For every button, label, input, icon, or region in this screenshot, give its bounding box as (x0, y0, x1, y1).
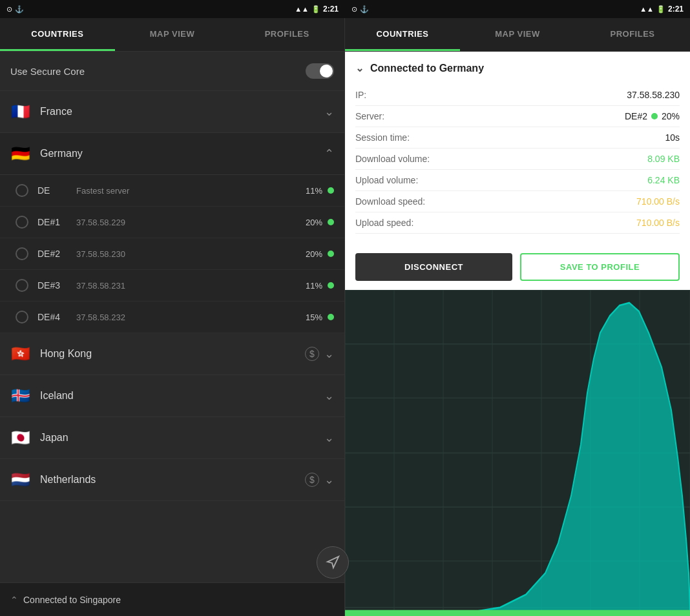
session-value: 10s (665, 132, 680, 143)
disconnect-button[interactable]: DISCONNECT (355, 253, 512, 281)
tab-mapview-left[interactable]: MAP VIEW (115, 18, 230, 51)
server-load-de2: 20% (306, 249, 322, 259)
tab-profiles-right[interactable]: PROFILES (575, 18, 690, 51)
server-row-de3[interactable]: DE#3 37.58.58.231 11% (0, 270, 344, 302)
right-panel: COUNTRIES MAP VIEW PROFILES ⌄ Connected … (345, 18, 690, 616)
server-ip-de2: 37.58.58.230 (76, 249, 306, 259)
detail-row-ul-vol: Upload volume: 6.24 KB (355, 170, 680, 191)
ip-label: IP: (355, 90, 366, 100)
netherlands-paid-icon: $ (305, 473, 319, 487)
speed-chart (345, 290, 690, 616)
server-name-de2: DE#2 (37, 249, 76, 259)
server-load-de3: 11% (306, 281, 322, 291)
tab-profiles-left[interactable]: PROFILES (229, 18, 344, 51)
server-radio-de[interactable] (16, 184, 28, 197)
server-radio-de2[interactable] (16, 247, 28, 260)
tab-mapview-right[interactable]: MAP VIEW (460, 18, 575, 51)
dl-speed-value: 710.00 B/s (636, 196, 680, 207)
detail-row-server: Server: DE#2 20% (355, 106, 680, 127)
hongkong-chevron-icon: ⌄ (324, 347, 334, 361)
hongkong-flag: 🇭🇰 (10, 345, 31, 363)
country-item-france[interactable]: 🇫🇷 France ⌄ (0, 91, 344, 133)
server-row-de[interactable]: DE Fastest server 11% (0, 175, 344, 207)
secure-core-row: Use Secure Core (0, 52, 344, 91)
server-load-dot-de1 (328, 219, 334, 225)
connected-singapore-label: Connected to Singapore (23, 595, 121, 605)
france-name: France (40, 106, 324, 118)
left-battery-icon: 🔋 (311, 5, 320, 14)
server-radio-de1[interactable] (16, 216, 28, 229)
left-bottom-bar[interactable]: ⌃ Connected to Singapore (0, 582, 344, 616)
fab-button[interactable] (317, 546, 349, 579)
server-badge-name: DE#2 (625, 111, 647, 121)
server-name-de1: DE#1 (37, 217, 76, 227)
left-vpn-icon: ⊙ (6, 5, 12, 14)
connected-chevron-icon: ⌄ (355, 62, 364, 74)
ul-vol-value: 6.24 KB (647, 175, 680, 185)
detail-row-ul-speed: Upload speed: 710.00 B/s (355, 212, 680, 234)
country-item-japan[interactable]: 🇯🇵 Japan ⌄ (0, 417, 344, 459)
right-time: 2:21 (668, 5, 684, 14)
tab-countries-left[interactable]: COUNTRIES (0, 18, 115, 51)
server-load-de1: 20% (306, 218, 322, 227)
left-panel: COUNTRIES MAP VIEW PROFILES Use Secure C… (0, 18, 345, 616)
server-load-dot-de4 (328, 314, 334, 320)
germany-flag: 🇩🇪 (10, 145, 31, 163)
ip-value: 37.58.58.230 (627, 90, 680, 100)
secure-core-label: Use Secure Core (10, 66, 85, 77)
server-radio-de4[interactable] (16, 311, 28, 323)
save-profile-button[interactable]: SAVE TO PROFILE (520, 253, 680, 281)
right-wifi-icon: ▲▲ (640, 5, 654, 13)
netherlands-flag: 🇳🇱 (10, 471, 31, 489)
server-name-de4: DE#4 (37, 312, 76, 322)
dl-vol-label: Download volume: (355, 154, 430, 164)
chart-area (345, 290, 690, 616)
connected-header-label: Connected to Germany (370, 63, 484, 74)
tab-countries-right[interactable]: COUNTRIES (345, 18, 460, 51)
left-time: 2:21 (323, 5, 339, 14)
detail-row-session: Session time: 10s (355, 127, 680, 149)
server-row-de2[interactable]: DE#2 37.58.58.230 20% (0, 238, 344, 270)
germany-chevron-icon: ⌃ (324, 147, 334, 161)
right-anchor-icon: ⚓ (360, 5, 369, 14)
server-name-de: DE (37, 185, 76, 196)
server-badge-load: 20% (662, 111, 680, 121)
iceland-flag: 🇮🇸 (10, 387, 31, 405)
germany-servers: DE Fastest server 11% DE#1 37.58.58.229 … (0, 175, 344, 333)
hongkong-paid-icon: $ (305, 347, 319, 361)
secure-core-toggle[interactable] (306, 63, 334, 79)
bottom-chevron-icon: ⌃ (10, 595, 18, 605)
japan-chevron-icon: ⌄ (324, 431, 334, 445)
left-wifi-icon: ▲▲ (295, 5, 309, 13)
country-item-iceland[interactable]: 🇮🇸 Iceland ⌄ (0, 375, 344, 417)
server-ip-de3: 37.58.58.231 (76, 281, 306, 291)
svg-marker-0 (328, 557, 339, 568)
action-buttons: DISCONNECT SAVE TO PROFILE (345, 244, 690, 290)
germany-name: Germany (40, 148, 324, 159)
server-row-de1[interactable]: DE#1 37.58.58.229 20% (0, 207, 344, 238)
iceland-chevron-icon: ⌄ (324, 389, 334, 403)
country-item-hongkong[interactable]: 🇭🇰 Hong Kong $ ⌄ (0, 333, 344, 375)
iceland-name: Iceland (40, 390, 324, 402)
left-status-bar: ⊙ ⚓ ▲▲ 🔋 2:21 (0, 0, 345, 18)
server-name-de3: DE#3 (37, 280, 76, 291)
server-label: Server: (355, 111, 384, 121)
session-label: Session time: (355, 132, 410, 143)
right-vpn-icon: ⊙ (351, 5, 357, 14)
server-ip-de4: 37.58.58.232 (76, 313, 306, 322)
ul-speed-value: 710.00 B/s (636, 218, 680, 228)
server-load-dot-de (328, 187, 334, 194)
dl-speed-label: Download speed: (355, 196, 425, 207)
server-row-de4[interactable]: DE#4 37.58.58.232 15% (0, 302, 344, 333)
country-item-netherlands[interactable]: 🇳🇱 Netherlands $ ⌄ (0, 459, 344, 501)
left-anchor-icon: ⚓ (15, 5, 24, 14)
connected-header: ⌄ Connected to Germany (345, 52, 690, 85)
detail-row-dl-speed: Download speed: 710.00 B/s (355, 191, 680, 212)
svg-rect-16 (345, 610, 690, 616)
detail-row-dl-vol: Download volume: 8.09 KB (355, 149, 680, 170)
server-radio-de3[interactable] (16, 279, 28, 292)
server-ip-de: Fastest server (76, 186, 306, 196)
country-item-germany[interactable]: 🇩🇪 Germany ⌃ (0, 133, 344, 175)
server-badge: DE#2 20% (625, 111, 680, 121)
ul-speed-label: Upload speed: (355, 218, 413, 228)
